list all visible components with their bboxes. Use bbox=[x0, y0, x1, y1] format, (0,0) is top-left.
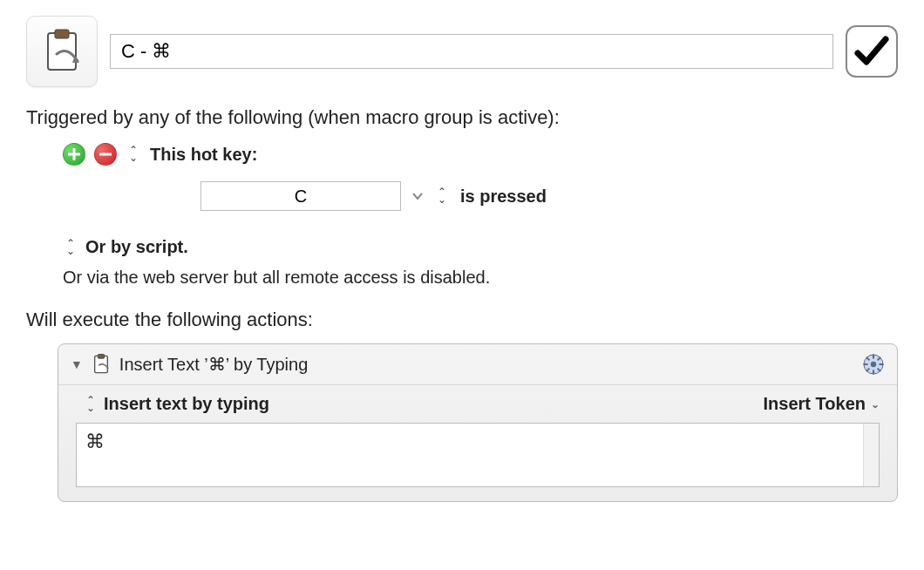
enabled-toggle[interactable] bbox=[846, 25, 898, 78]
scrollbar[interactable] bbox=[863, 424, 879, 486]
triggers-section-label: Triggered by any of the following (when … bbox=[26, 106, 898, 129]
hotkey-input[interactable] bbox=[200, 181, 401, 211]
svg-rect-3 bbox=[98, 355, 104, 359]
hotkey-label: This hot key: bbox=[150, 145, 257, 165]
svg-rect-1 bbox=[55, 30, 69, 38]
svg-point-5 bbox=[871, 362, 876, 367]
clipboard-icon bbox=[92, 353, 111, 376]
plus-icon bbox=[68, 148, 80, 160]
insert-mode-label: Insert text by typing bbox=[104, 394, 269, 414]
hotkey-options-dropdown[interactable] bbox=[411, 189, 424, 203]
add-trigger-button[interactable] bbox=[63, 143, 85, 166]
insert-token-dropdown[interactable]: Insert Token ⌄ bbox=[764, 394, 880, 414]
disclosure-triangle[interactable]: ▼ bbox=[71, 357, 83, 371]
svg-rect-7 bbox=[873, 370, 874, 375]
insert-mode-stepper[interactable]: ⌃⌄ bbox=[86, 397, 95, 412]
clipboard-icon bbox=[41, 28, 83, 75]
or-script-label: Or by script. bbox=[85, 237, 188, 257]
chevron-down-icon: ⌄ bbox=[871, 398, 880, 411]
action-text-content[interactable]: ⌘ bbox=[77, 424, 863, 486]
minus-icon bbox=[99, 148, 112, 160]
checkmark-icon bbox=[853, 32, 891, 71]
svg-rect-8 bbox=[864, 363, 868, 365]
action-title: Insert Text ’⌘’ by Typing bbox=[119, 354, 308, 375]
remove-trigger-button[interactable] bbox=[94, 143, 117, 166]
gear-icon[interactable] bbox=[862, 353, 885, 376]
web-server-label: Or via the web server but all remote acc… bbox=[63, 268, 898, 288]
macro-title-input[interactable] bbox=[110, 34, 833, 69]
insert-token-label: Insert Token bbox=[764, 394, 866, 414]
press-mode-label: is pressed bbox=[460, 187, 547, 207]
actions-section-label: Will execute the following actions: bbox=[26, 309, 898, 331]
action-text-area[interactable]: ⌘ bbox=[76, 423, 880, 487]
svg-rect-9 bbox=[880, 363, 884, 365]
macro-icon-well[interactable] bbox=[26, 16, 98, 87]
svg-rect-6 bbox=[873, 355, 874, 359]
trigger-type-stepper[interactable]: ⌃⌄ bbox=[129, 146, 138, 162]
press-mode-stepper[interactable]: ⌃⌄ bbox=[438, 188, 446, 204]
script-trigger-stepper[interactable]: ⌃⌄ bbox=[66, 240, 75, 255]
action-item: ▼ Insert Text ’⌘’ by Typing bbox=[58, 343, 898, 502]
chevron-down-icon bbox=[411, 192, 424, 200]
